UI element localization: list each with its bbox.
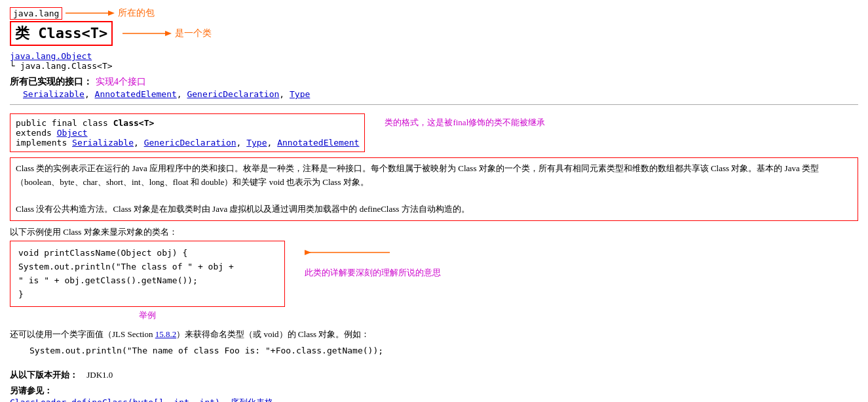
since-section: 从以下版本开始： JDK1.0 (10, 367, 858, 382)
annotation-arrow-icon (305, 239, 409, 266)
desc-para2: Class 没有公共构造方法。Class 对象是在加载类时由 Java 虚拟机以… (16, 203, 852, 216)
since-version: JDK1.0 (86, 370, 113, 380)
see-also-link-1[interactable]: ClassLoader.defineClass(byte[], int, int… (10, 397, 220, 402)
child-class-text: └ java.lang.Class<T> (10, 61, 858, 71)
arrow-right-class-icon (123, 27, 175, 40)
example-label: 举例 (139, 310, 156, 320)
impl-type[interactable]: Type (246, 138, 267, 148)
interfaces-list: Serializable, AnnotatedElement, GenericD… (23, 89, 858, 99)
class-title: 类 Class<T> (10, 21, 113, 46)
arrow-right-icon (66, 7, 118, 20)
svg-marker-1 (108, 10, 115, 16)
class-declaration-box: public final class Class<T> extends Obje… (10, 113, 365, 152)
svg-marker-3 (165, 31, 172, 36)
interfaces-count: 实现4个接口 (96, 76, 146, 88)
example-annotation-text: 此类的详解要深刻的理解所说的意思 (305, 268, 441, 277)
interface-link-genericdeclaration[interactable]: GenericDeclaration (187, 89, 279, 99)
example-code-box: void printClassName(Object obj) { System… (10, 241, 285, 307)
code-line-1: void printClassName(Object obj) { (18, 247, 276, 260)
example-section: 以下示例使用 Class 对象来显示对象的类名： void printClass… (10, 226, 858, 321)
divider-1 (10, 104, 858, 105)
interface-link-serializable[interactable]: Serializable (23, 89, 85, 99)
code-line-3: " is " + obj.getClass().getName()); (18, 274, 276, 288)
declaration-annotation-text: 类的格式，这是被final修饰的类不能被继承 (385, 117, 545, 129)
impl-genericdeclaration[interactable]: GenericDeclaration (144, 138, 236, 148)
example-right-annotation: 此类的详解要深刻的理解所说的意思 (305, 239, 441, 279)
code-line-2: System.out.println("The class of " + obj… (18, 260, 276, 274)
decl-line3: implements Serializable, GenericDeclarat… (16, 138, 359, 148)
impl-serializable[interactable]: Serializable (72, 138, 134, 148)
since-label: 从以下版本开始： (10, 370, 78, 380)
interface-link-type[interactable]: Type (290, 89, 310, 99)
package-label: 所在的包 (118, 7, 155, 19)
extra-line1-prefix: 还可以使用一个类字面值（JLS Section (10, 329, 155, 339)
parent-class-link[interactable]: java.lang.Object (10, 51, 92, 61)
impl-annotatedelement[interactable]: AnnotatedElement (277, 138, 359, 148)
jls-link[interactable]: 15.8.2 (155, 329, 177, 339)
class-hierarchy: java.lang.Object └ java.lang.Class<T> (10, 51, 858, 71)
see-also-link-2[interactable]: 序列化表格 (231, 397, 273, 402)
declaration-section: public final class Class<T> extends Obje… (10, 110, 858, 152)
interfaces-section: 所有已实现的接口： 实现4个接口 (10, 76, 858, 88)
interfaces-label: 所有已实现的接口： (10, 76, 92, 88)
see-also-section: 另请参见： ClassLoader.defineClass(byte[], in… (10, 385, 858, 402)
desc-para1: Class 类的实例表示正在运行的 Java 应用程序中的类和接口。枚举是一种类… (16, 162, 852, 190)
decl-line2: extends Object (16, 128, 359, 138)
class-is-label: 是一个类 (175, 28, 212, 39)
decl-line1: public final class Class<T> (16, 118, 359, 128)
example-left: 以下示例使用 Class 对象来显示对象的类名： void printClass… (10, 226, 285, 321)
interface-link-annotatedelement[interactable]: AnnotatedElement (95, 89, 177, 99)
declaration-annotation: 类的格式，这是被final修饰的类不能被继承 (385, 117, 545, 129)
see-also-label: 另请参见： (10, 386, 52, 395)
extra-line1-suffix: ）来获得命名类型（或 void）的 Class 对象。例如： (176, 329, 369, 339)
package-name-box: java.lang (10, 7, 62, 20)
svg-marker-5 (305, 250, 311, 255)
description-box: Class 类的实例表示正在运行的 Java 应用程序中的类和接口。枚举是一种类… (10, 157, 858, 221)
example-intro: 以下示例使用 Class 对象来显示对象的类名： (10, 226, 285, 238)
extra-code-line: System.out.println("The name of class Fo… (29, 344, 858, 358)
extra-text-section: 还可以使用一个类字面值（JLS Section 15.8.2）来获得命名类型（或… (10, 328, 858, 358)
code-line-4: } (18, 288, 276, 302)
object-link[interactable]: Object (57, 128, 88, 138)
